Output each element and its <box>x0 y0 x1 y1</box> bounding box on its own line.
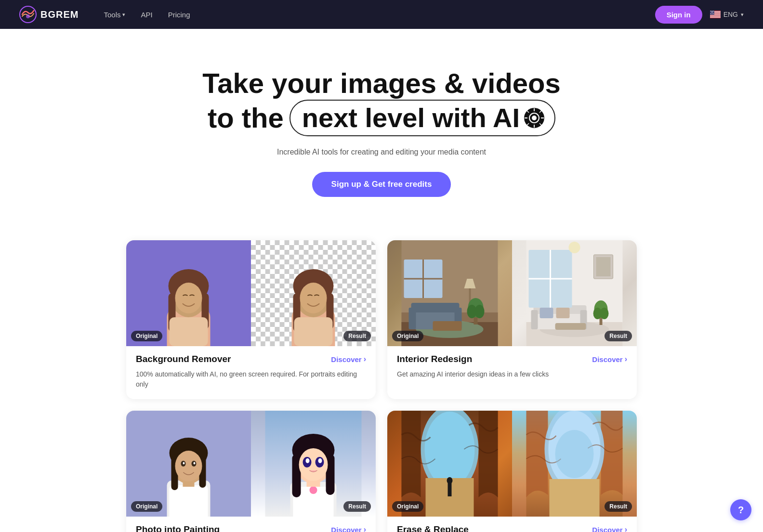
svg-rect-122 <box>448 482 452 496</box>
api-nav-item[interactable]: API <box>141 11 152 19</box>
discover-arrow-icon: › <box>625 355 627 363</box>
svg-rect-77 <box>556 308 570 318</box>
hero-highlight-text: next level with AI <box>302 103 520 133</box>
svg-point-116 <box>306 458 310 463</box>
card-bg-remover-title: Background Remover <box>136 354 231 364</box>
nav-links: Tools ▾ API Pricing <box>104 11 639 19</box>
svg-point-123 <box>447 477 453 484</box>
navbar: BGREM Tools ▾ API Pricing Sign in <box>0 0 763 29</box>
camera-icon <box>524 107 545 129</box>
svg-point-88 <box>600 308 609 319</box>
card-interior-discover[interactable]: Discover › <box>592 355 627 363</box>
card-erase-replace-body: Erase & Replace Discover › Remove or rep… <box>387 517 637 532</box>
card-erase-replace-discover[interactable]: Discover › <box>592 525 627 532</box>
card-photo-painting-title: Photo into Painting <box>136 524 220 532</box>
cards-grid: Original <box>117 240 646 532</box>
svg-point-120 <box>425 412 475 487</box>
card-photo-painting-result-badge: Result <box>343 501 371 512</box>
card-photo-painting-discover[interactable]: Discover › <box>331 525 366 532</box>
svg-point-20 <box>532 116 537 120</box>
card-bg-remover: Original <box>126 240 376 399</box>
svg-rect-76 <box>540 308 553 318</box>
discover-arrow-icon: › <box>364 355 366 363</box>
card-erase-replace-result-badge: Result <box>605 501 632 512</box>
card-interior-original: Original <box>387 240 512 346</box>
svg-point-98 <box>175 451 202 481</box>
card-photo-painting-image: Original <box>126 411 376 517</box>
svg-point-49 <box>300 283 327 313</box>
card-erase-replace-title: Erase & Replace <box>397 524 469 532</box>
lang-chevron-icon: ▾ <box>741 12 744 18</box>
card-interior-image: Original <box>387 240 637 346</box>
svg-rect-56 <box>411 303 460 312</box>
svg-point-1 <box>26 14 30 18</box>
card-bg-remover-desc: 100% automatically with AI, no green scr… <box>136 369 366 389</box>
card-interior-body: Interior Redesign Discover › Get amazing… <box>387 346 637 389</box>
hero-subtitle: Incredible AI tools for creating and edi… <box>10 148 753 156</box>
lang-label: ENG <box>724 11 738 18</box>
logo[interactable]: BGREM <box>19 6 79 23</box>
card-erase-replace: Original <box>387 411 637 532</box>
card-erase-replace-original: Original <box>387 411 512 517</box>
logo-icon <box>19 6 37 23</box>
card-bg-remover-result: Result <box>251 240 376 346</box>
svg-point-82 <box>569 242 580 253</box>
card-photo-painting: Original <box>126 411 376 532</box>
flag-icon: ★★★ ★★ ★★★ <box>710 11 721 18</box>
card-bg-remover-discover[interactable]: Discover › <box>331 355 366 363</box>
nav-right: Sign in ★★★ ★★ ★★★ ENG ▾ <box>655 6 744 24</box>
svg-rect-78 <box>555 323 586 330</box>
card-erase-replace-result: Result <box>512 411 637 517</box>
svg-point-107 <box>310 486 317 494</box>
card-photo-painting-original: Original <box>126 411 251 517</box>
card-photo-painting-original-badge: Original <box>131 501 162 512</box>
card-photo-painting-header: Photo into Painting Discover › <box>136 524 366 532</box>
svg-rect-57 <box>409 308 416 329</box>
card-interior-desc: Get amazing AI interior design ideas in … <box>397 369 627 379</box>
card-interior-header: Interior Redesign Discover › <box>397 354 627 364</box>
hero-title-line1: Take your images & videos <box>10 67 753 100</box>
language-selector[interactable]: ★★★ ★★ ★★★ ENG ▾ <box>710 11 744 18</box>
svg-point-102 <box>194 462 196 465</box>
card-bg-remover-result-badge: Result <box>343 331 371 341</box>
hero-section: Take your images & videos to the next le… <box>0 29 763 221</box>
hero-title-line2: to the next level with AI <box>10 100 753 136</box>
pricing-nav-item[interactable]: Pricing <box>168 11 190 19</box>
card-interior-original-badge: Original <box>392 331 423 341</box>
signin-button[interactable]: Sign in <box>655 6 702 24</box>
card-bg-remover-original-badge: Original <box>131 331 162 341</box>
discover-arrow-icon: › <box>625 525 627 532</box>
svg-text:★: ★ <box>712 13 714 14</box>
card-photo-painting-result: Result <box>251 411 376 517</box>
card-interior-redesign: Original <box>387 240 637 399</box>
card-interior-result-badge: Result <box>605 331 632 341</box>
discover-arrow-icon: › <box>364 525 366 532</box>
card-erase-replace-image: Original <box>387 411 637 517</box>
tools-chevron-icon: ▾ <box>122 12 125 18</box>
svg-point-128 <box>555 430 594 478</box>
card-bg-remover-image: Original <box>126 240 376 346</box>
svg-rect-59 <box>433 321 462 331</box>
svg-rect-8 <box>710 17 721 18</box>
card-interior-title: Interior Redesign <box>397 354 472 364</box>
svg-rect-37 <box>170 317 208 346</box>
card-bg-remover-header: Background Remover Discover › <box>136 354 366 364</box>
svg-point-36 <box>175 283 202 313</box>
signup-button[interactable]: Sign up & Get free credits <box>312 172 451 197</box>
help-icon: ? <box>738 505 744 516</box>
svg-rect-50 <box>294 317 333 346</box>
help-button[interactable]: ? <box>730 499 751 520</box>
card-bg-remover-original: Original <box>126 240 251 346</box>
card-erase-replace-original-badge: Original <box>392 501 423 512</box>
svg-rect-127 <box>550 479 600 517</box>
hero-highlight-box: next level with AI <box>289 100 555 136</box>
hero-title-prefix: to the <box>208 102 284 134</box>
svg-rect-84 <box>596 257 611 276</box>
svg-rect-7 <box>710 16 721 16</box>
tools-nav-item[interactable]: Tools ▾ <box>104 11 125 19</box>
card-photo-painting-body: Photo into Painting Discover › Transform… <box>126 517 376 532</box>
card-interior-result: Result <box>512 240 637 346</box>
svg-point-117 <box>318 458 322 463</box>
svg-point-101 <box>183 462 185 465</box>
card-bg-remover-body: Background Remover Discover › 100% autom… <box>126 346 376 399</box>
